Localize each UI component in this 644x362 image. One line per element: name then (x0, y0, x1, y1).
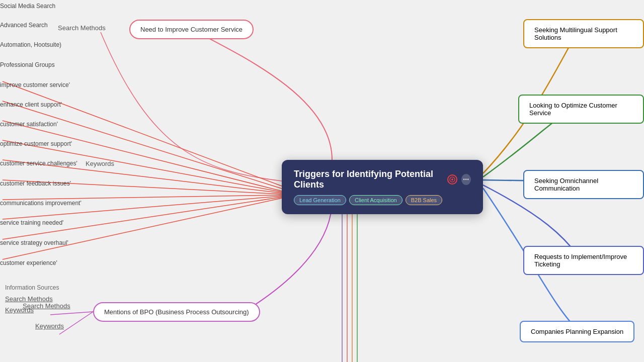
svg-line-11 (59, 312, 93, 334)
info-search-methods[interactable]: Search Methods (5, 295, 53, 303)
kw-cs-challenges: customer service challenges' (0, 160, 77, 167)
bpo-label: Mentions of BPO (Business Process Outsou… (104, 308, 249, 316)
info-sources-section: Information Sources Search Methods Keywo… (5, 284, 59, 314)
kw-cx: customer experience' (0, 259, 57, 266)
svg-line-6 (3, 195, 282, 200)
kw-professional-groups: Professional Groups (0, 61, 55, 68)
kw-social-media: Social Media Search (0, 3, 55, 10)
tags-container: Lead Generation Client Acquisition B2B S… (294, 195, 471, 205)
svg-line-0 (3, 81, 282, 186)
search-methods-label-top: Search Methods (58, 24, 106, 32)
keywords-bottom[interactable]: Keywords (35, 322, 64, 330)
node-bpo[interactable]: Mentions of BPO (Business Process Outsou… (93, 302, 260, 322)
central-node-title: Triggers for Identifying Potential Clien… (294, 169, 471, 190)
multilingual-label: Seeking Multilingual Support Solutions (534, 26, 617, 41)
kw-enhance-client: enhance client support' (0, 101, 62, 108)
node-ticketing[interactable]: Requests to Implement/Improve Ticketing (523, 246, 644, 275)
target-icon (447, 174, 457, 185)
search-methods-bottom[interactable]: Search Methods (23, 302, 70, 310)
kw-strategy: service strategy overhaul' (0, 239, 68, 246)
expansion-label: Companies Planning Expansion (531, 328, 623, 335)
kw-improve-cs: improve customer service' (0, 81, 70, 88)
tag-client-acquisition[interactable]: Client Acquisition (349, 195, 403, 205)
expand-icon[interactable]: ⋯ (461, 174, 471, 185)
kw-automation: Automation, Hootsuite) (0, 41, 61, 48)
kw-feedback-issues: customer feedback issues' (0, 180, 71, 187)
node-multilingual[interactable]: Seeking Multilingual Support Solutions (523, 19, 644, 48)
svg-line-9 (3, 198, 282, 259)
tag-lead-generation[interactable]: Lead Generation (294, 195, 346, 205)
tag-b2b-sales[interactable]: B2B Sales (406, 195, 442, 205)
svg-point-18 (451, 178, 453, 180)
kw-customer-satisfaction: customer satisfaction' (0, 121, 58, 128)
node-omnichannel[interactable]: Seeking Omnichannel Communication (523, 170, 644, 199)
kw-optimize-support: optimize customer support' (0, 140, 72, 147)
node-expansion[interactable]: Companies Planning Expansion (520, 321, 634, 342)
ticketing-label: Requests to Implement/Improve Ticketing (534, 253, 627, 268)
omnichannel-label: Seeking Omnichannel Communication (534, 177, 598, 192)
optimize-label: Looking to Optimize Customer Service (529, 102, 617, 117)
node-optimize[interactable]: Looking to Optimize Customer Service (518, 95, 644, 124)
central-title-text: Triggers for Identifying Potential Clien… (294, 169, 443, 190)
kw-training: service training needed' (0, 219, 63, 226)
need-improve-label: Need to Improve Customer Service (140, 26, 243, 33)
node-need-improve[interactable]: Need to Improve Customer Service (129, 20, 254, 39)
kw-advanced-search: Advanced Search (0, 22, 48, 29)
keywords-label: Keywords (86, 160, 114, 167)
central-node[interactable]: Triggers for Identifying Potential Clien… (282, 160, 483, 214)
info-sources-title: Information Sources (5, 284, 59, 291)
kw-communications: communications improvement' (0, 200, 82, 207)
